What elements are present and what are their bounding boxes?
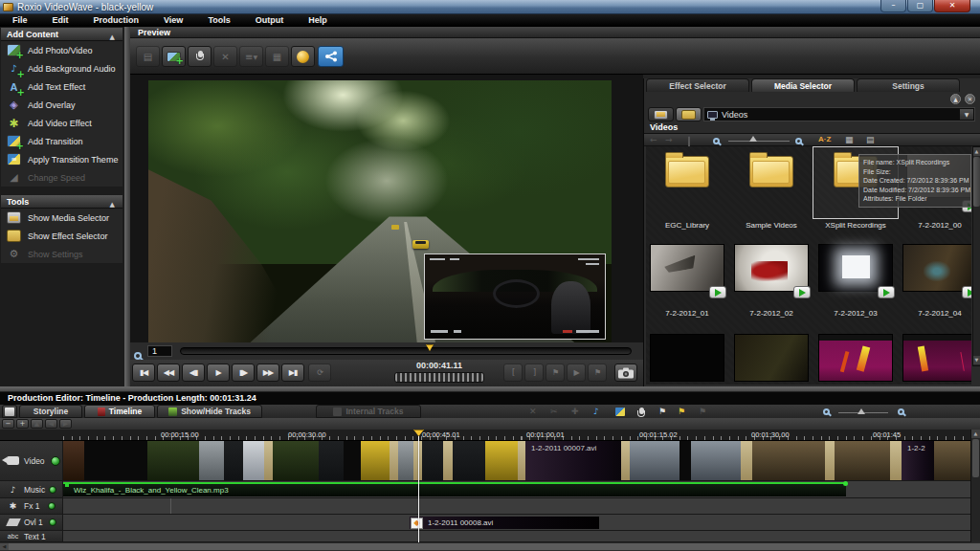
menu-output[interactable]: Output [243, 14, 297, 27]
tools-header[interactable]: Tools ▲ [1, 195, 122, 209]
menu-production[interactable]: Production [81, 14, 152, 27]
folder-item[interactable] [646, 156, 728, 187]
show-slide-button[interactable]: ▤ [136, 46, 160, 67]
next-edit-button[interactable]: ▶ [59, 419, 72, 429]
edit-button[interactable]: ▦ [265, 46, 289, 67]
play-badge-icon[interactable] [878, 286, 895, 298]
show-hide-tracks-button[interactable]: Show/Hide Tracks [157, 405, 262, 418]
tab-settings[interactable]: Settings [857, 78, 960, 92]
mark-out-button[interactable]: ] [524, 364, 544, 382]
play-badge-icon[interactable] [709, 286, 726, 298]
tab-media-selector[interactable]: Media Selector [751, 78, 855, 92]
delete-button[interactable]: ✕ [213, 46, 237, 67]
folders-source-button[interactable] [676, 107, 702, 121]
fx-track-toggle[interactable] [48, 502, 56, 510]
details-view-icon[interactable]: ▤ [866, 135, 875, 144]
split-icon[interactable]: ✚ [571, 407, 579, 416]
video-item[interactable] [899, 334, 971, 382]
snapshot-button[interactable] [614, 364, 637, 382]
marker-out-icon[interactable]: ⚑ [678, 407, 685, 416]
monitor-icon[interactable] [688, 137, 690, 146]
media-scrollbar[interactable]: ▲ ▼ [972, 146, 980, 366]
my-media-source-button[interactable] [648, 107, 674, 121]
menu-tools[interactable]: Tools [195, 14, 242, 27]
seek-playhead[interactable] [426, 344, 434, 351]
play-trim-button[interactable]: ▶ [567, 364, 586, 382]
mark-in-button[interactable]: [ [503, 364, 523, 382]
add-photo-video-item[interactable]: Add Photo/Video [1, 41, 122, 59]
step-forward-button[interactable]: ▮▶ [232, 364, 255, 382]
go-start-button[interactable]: ▮◀ [132, 364, 155, 382]
video-item[interactable] [899, 244, 971, 292]
seek-bar[interactable] [180, 347, 632, 355]
maximize-button[interactable]: ▢ [907, 0, 933, 12]
marker-clear-icon[interactable]: ⚑ [699, 407, 706, 416]
video-filmstrip[interactable]: 1-2-2011 00007.avi 1-2-2 [63, 441, 970, 480]
preview-video[interactable] [148, 80, 612, 342]
video-item[interactable] [730, 334, 813, 382]
add-content-header[interactable]: Add Content ▲ [1, 28, 122, 41]
loop-button[interactable]: ⟳ [308, 364, 331, 382]
overlay-track-toggle[interactable] [49, 518, 56, 526]
picture-in-picture[interactable] [424, 253, 606, 340]
tab-effect-selector[interactable]: Effect Selector [646, 78, 749, 92]
add-overlay-item[interactable]: ◈ Add Overlay [1, 96, 122, 114]
add-transition-icon[interactable] [615, 408, 625, 418]
step-back-button[interactable]: ◀▮ [182, 364, 205, 382]
zoom-out-icon[interactable] [713, 137, 720, 146]
overlay-track-content[interactable]: ◆ 1-2-2011 00008.avi [63, 515, 970, 531]
vscrollbar-thumb[interactable] [972, 439, 979, 477]
timeline-zoom-out-icon[interactable] [823, 408, 830, 417]
video-track-toggle[interactable] [51, 456, 60, 466]
video-track-content[interactable]: 1-2-2011 00007.avi 1-2-2 [63, 441, 970, 481]
add-text-effect-item[interactable]: A Add Text Effect [1, 77, 122, 96]
storyline-icon-button[interactable] [2, 405, 17, 418]
zoom-minus-button[interactable]: − [2, 419, 14, 429]
add-transition-item[interactable]: Add Transition [1, 132, 122, 150]
tab-storyline[interactable]: Storyline [19, 405, 82, 418]
narration-button[interactable] [188, 46, 212, 67]
timeline-hscrollbar[interactable]: ◀ [0, 542, 980, 550]
delete-clip-icon[interactable]: ✕ [529, 407, 537, 416]
track-header-music[interactable]: ♪ Music [0, 481, 63, 498]
menu-file[interactable]: File [0, 14, 40, 27]
rewind-button[interactable]: ◀◀ [157, 364, 180, 382]
play-button[interactable]: ▶ [207, 364, 230, 382]
trim-start-button[interactable]: ⚑ [546, 364, 565, 382]
track-header-video[interactable]: Video [0, 441, 63, 481]
music-track-content[interactable]: Wiz_Khalifa_-_Black_and_Yellow_Clean.mp3 [63, 481, 970, 498]
video-item[interactable] [646, 244, 728, 292]
add-audio-icon[interactable]: ♪ [593, 407, 599, 416]
back-icon[interactable]: ← [650, 135, 657, 144]
scroll-down-icon[interactable]: ▼ [973, 356, 980, 364]
marker-in-icon[interactable]: ⚑ [658, 407, 666, 416]
timeline-playhead-line[interactable] [418, 435, 419, 542]
go-end-button[interactable]: ▶▮ [281, 364, 304, 382]
fit-button[interactable]: ▲ [31, 419, 43, 429]
music-clip[interactable]: Wiz_Khalifa_-_Black_and_Yellow_Clean.mp3 [63, 482, 846, 496]
hscroll-left-icon[interactable]: ◀ [0, 543, 9, 550]
tab-timeline[interactable]: Timeline [84, 405, 155, 418]
thumbnail-view-icon[interactable]: ▦ [845, 135, 854, 144]
collapse-icon[interactable]: ▲ [110, 198, 115, 211]
razor-icon[interactable]: ✂ [550, 407, 558, 416]
panel-collapse-button[interactable]: ▲ [950, 94, 961, 104]
folder-item[interactable] [730, 156, 813, 187]
video-item[interactable] [730, 244, 813, 292]
show-media-selector-item[interactable]: Show Media Selector [1, 209, 122, 227]
trim-end-button[interactable]: ⚑ [588, 364, 607, 382]
timeline-zoom-in-icon[interactable] [898, 408, 904, 417]
music-track-toggle[interactable] [49, 486, 56, 494]
close-button[interactable]: ✕ [934, 0, 970, 12]
collapse-icon[interactable]: ▲ [110, 31, 115, 44]
add-video-effect-item[interactable]: ✱ Add Video Effect [1, 114, 122, 132]
scrollbar-thumb[interactable] [973, 157, 980, 207]
panel-close-button[interactable]: ✕ [965, 94, 975, 104]
menu-edit[interactable]: Edit [40, 14, 81, 27]
options-dropdown-button[interactable]: ≡▼ [239, 46, 263, 67]
text-track-content[interactable] [63, 531, 970, 542]
add-effect-button[interactable] [162, 46, 186, 67]
combobox-dropdown-icon[interactable]: ▼ [960, 109, 973, 120]
render-button[interactable] [291, 46, 315, 67]
timeline-vscrollbar[interactable]: ▲ [970, 430, 980, 542]
